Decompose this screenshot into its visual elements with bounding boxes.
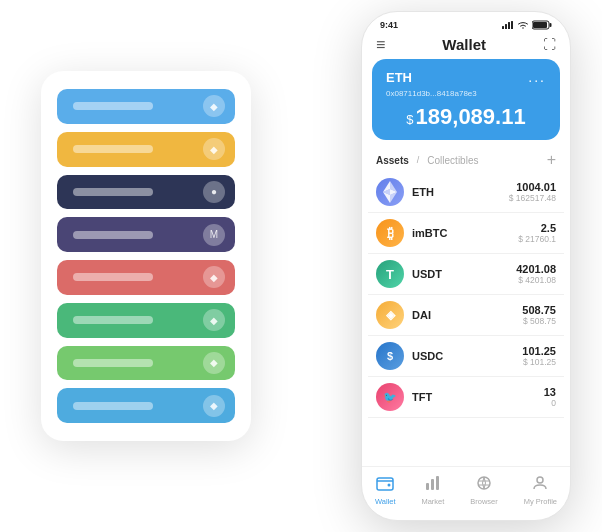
status-icons: [502, 20, 552, 30]
asset-usdt-info: USDT: [412, 268, 516, 280]
card-icon: ●: [203, 181, 225, 203]
nav-browser[interactable]: Browser: [470, 475, 498, 506]
card-line: [73, 359, 153, 367]
card-icon: ◆: [203, 395, 225, 417]
svg-rect-5: [550, 23, 552, 27]
card-line: [73, 231, 153, 239]
battery-icon: [532, 20, 552, 30]
asset-tft-values: 13 0: [544, 386, 556, 408]
wallet-title: Wallet: [442, 36, 486, 53]
svg-rect-3: [511, 21, 513, 29]
assets-header: Assets / Collectibles +: [362, 148, 570, 172]
svg-rect-6: [533, 22, 547, 28]
svg-point-14: [388, 484, 391, 487]
back-card-4: ◆: [57, 260, 235, 295]
back-card-3: M: [57, 217, 235, 252]
dollar-sign: $: [406, 112, 413, 127]
market-nav-icon: [424, 475, 442, 495]
card-line: [73, 102, 153, 110]
asset-imbtc-name: imBTC: [412, 227, 518, 239]
asset-imbtc-values: 2.5 $ 21760.1: [518, 222, 556, 244]
svg-rect-17: [436, 476, 439, 490]
svg-point-18: [478, 477, 490, 489]
browser-nav-icon: [475, 475, 493, 495]
back-card-5: ◆: [57, 303, 235, 338]
svg-rect-15: [426, 483, 429, 490]
card-icon: ◆: [203, 95, 225, 117]
asset-usdt-amount: 4201.08: [516, 263, 556, 275]
asset-item-eth[interactable]: ETH 1004.01 $ 162517.48: [368, 172, 564, 213]
dai-icon: ◈: [386, 308, 395, 322]
asset-dai-info: DAI: [412, 309, 522, 321]
asset-tft-amount: 13: [544, 386, 556, 398]
phone: 9:41: [361, 11, 571, 521]
asset-dai-usd: $ 508.75: [522, 316, 556, 326]
asset-dai-values: 508.75 $ 508.75: [522, 304, 556, 326]
scene: ◆◆●M◆◆◆◆ 9:41: [11, 11, 591, 521]
eth-card-name: ETH: [386, 70, 412, 85]
add-asset-icon[interactable]: +: [547, 152, 556, 168]
eth-card-balance: $189,089.11: [386, 104, 546, 130]
back-card-2: ●: [57, 175, 235, 210]
tab-collectibles[interactable]: Collectibles: [427, 155, 478, 166]
asset-usdc-info: USDC: [412, 350, 522, 362]
nav-wallet[interactable]: Wallet: [375, 475, 396, 506]
expand-icon[interactable]: ⛶: [543, 37, 556, 52]
status-bar: 9:41: [362, 12, 570, 34]
asset-tft-usd: 0: [544, 398, 556, 408]
asset-eth-usd: $ 162517.48: [509, 193, 556, 203]
asset-usdc-usd: $ 101.25: [522, 357, 556, 367]
card-line: [73, 145, 153, 153]
usdc-icon: $: [387, 350, 393, 362]
svg-rect-2: [508, 22, 510, 29]
eth-card[interactable]: ETH ... 0x08711d3b...8418a78e3 $189,089.…: [372, 59, 560, 140]
time-label: 9:41: [380, 20, 398, 30]
card-icon: ◆: [203, 352, 225, 374]
asset-usdc-amount: 101.25: [522, 345, 556, 357]
assets-tabs: Assets / Collectibles: [376, 155, 478, 166]
signal-icon: [502, 21, 514, 29]
asset-tft-info: TFT: [412, 391, 544, 403]
profile-nav-label: My Profile: [524, 497, 557, 506]
card-line: [73, 316, 153, 324]
asset-item-usdc[interactable]: $ USDC 101.25 $ 101.25: [368, 336, 564, 377]
svg-rect-16: [431, 479, 434, 490]
imbtc-icon: ₿: [387, 225, 394, 241]
back-card-6: ◆: [57, 346, 235, 381]
asset-item-dai[interactable]: ◈ DAI 508.75 $ 508.75: [368, 295, 564, 336]
asset-dai-amount: 508.75: [522, 304, 556, 316]
asset-eth-name: ETH: [412, 186, 509, 198]
eth-card-header: ETH ...: [386, 69, 546, 85]
card-icon: ◆: [203, 309, 225, 331]
profile-nav-icon: [531, 475, 549, 495]
asset-item-imbtc[interactable]: ₿ imBTC 2.5 $ 21760.1: [368, 213, 564, 254]
card-icon: ◆: [203, 138, 225, 160]
asset-usdc-values: 101.25 $ 101.25: [522, 345, 556, 367]
tft-logo: 🐦: [376, 383, 404, 411]
back-card-0: ◆: [57, 89, 235, 124]
dai-logo: ◈: [376, 301, 404, 329]
back-card-7: ◆: [57, 388, 235, 423]
asset-list: ETH 1004.01 $ 162517.48 ₿ imBTC 2.5 $ 21…: [362, 172, 570, 466]
nav-profile[interactable]: My Profile: [524, 475, 557, 506]
asset-imbtc-usd: $ 21760.1: [518, 234, 556, 244]
card-line: [73, 402, 153, 410]
asset-usdt-name: USDT: [412, 268, 516, 280]
wallet-nav-label: Wallet: [375, 497, 396, 506]
nav-market[interactable]: Market: [421, 475, 444, 506]
back-panel: ◆◆●M◆◆◆◆: [41, 71, 251, 441]
eth-card-more[interactable]: ...: [528, 69, 546, 85]
asset-usdt-usd: $ 4201.08: [516, 275, 556, 285]
asset-eth-amount: 1004.01: [509, 181, 556, 193]
menu-icon[interactable]: ≡: [376, 37, 385, 53]
asset-item-usdt[interactable]: T USDT 4201.08 $ 4201.08: [368, 254, 564, 295]
bottom-nav: Wallet Market Browser My Profile: [362, 466, 570, 520]
asset-imbtc-amount: 2.5: [518, 222, 556, 234]
balance-amount: 189,089.11: [416, 104, 526, 129]
asset-item-tft[interactable]: 🐦 TFT 13 0: [368, 377, 564, 418]
card-icon: M: [203, 224, 225, 246]
phone-header: ≡ Wallet ⛶: [362, 34, 570, 59]
tab-assets[interactable]: Assets: [376, 155, 409, 166]
card-line: [73, 273, 153, 281]
imbtc-logo: ₿: [376, 219, 404, 247]
